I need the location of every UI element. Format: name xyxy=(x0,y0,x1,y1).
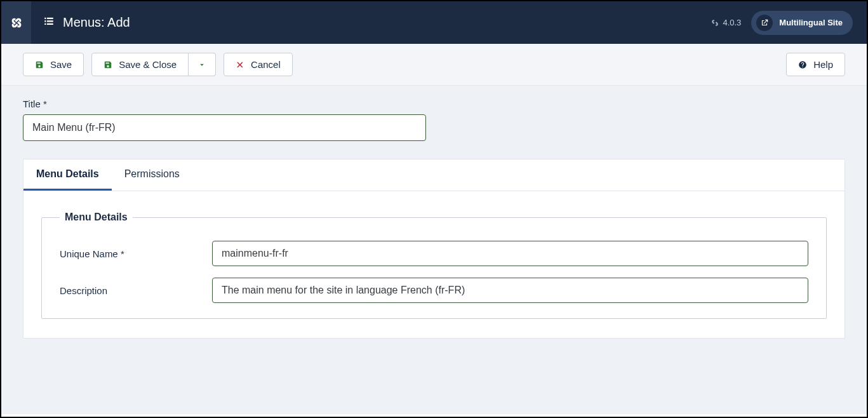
external-link-icon xyxy=(756,15,773,31)
title-label: Title * xyxy=(23,98,845,109)
save-close-label: Save & Close xyxy=(119,59,177,70)
version-badge[interactable]: 4.0.3 xyxy=(711,18,741,27)
description-label: Description xyxy=(60,285,212,296)
close-icon xyxy=(236,60,244,69)
fieldset-legend: Menu Details xyxy=(60,212,133,223)
unique-name-input[interactable] xyxy=(212,241,808,266)
tab-permissions[interactable]: Permissions xyxy=(112,159,192,191)
help-icon xyxy=(798,60,807,69)
save-dropdown-button[interactable] xyxy=(189,53,216,76)
save-close-button[interactable]: Save & Close xyxy=(91,53,189,76)
joomla-icon xyxy=(10,16,23,30)
title-input[interactable] xyxy=(23,114,426,141)
joomla-small-icon xyxy=(711,18,719,27)
tab-menu-details[interactable]: Menu Details xyxy=(23,159,112,191)
cancel-label: Cancel xyxy=(251,59,281,70)
content-area: Title * Menu Details Permissions Menu De… xyxy=(1,86,867,414)
description-input[interactable] xyxy=(212,278,808,303)
save-button[interactable]: Save xyxy=(23,53,84,76)
save-label: Save xyxy=(50,59,72,70)
topbar-right: 4.0.3 Multilingual Site xyxy=(711,11,867,35)
tabs-card: Menu Details Permissions Menu Details Un… xyxy=(23,159,845,339)
save-icon xyxy=(35,60,44,69)
tabs: Menu Details Permissions xyxy=(23,159,845,191)
page-title-wrap: Menus: Add xyxy=(31,15,130,30)
joomla-logo[interactable] xyxy=(1,1,31,44)
page-title: Menus: Add xyxy=(63,15,130,30)
unique-name-row: Unique Name * xyxy=(60,241,808,266)
save-close-group: Save & Close xyxy=(91,53,216,76)
site-link[interactable]: Multilingual Site xyxy=(751,11,853,35)
list-icon xyxy=(43,15,55,30)
menu-details-fieldset: Menu Details Unique Name * Description xyxy=(41,212,827,319)
version-text: 4.0.3 xyxy=(723,18,741,27)
help-button[interactable]: Help xyxy=(786,53,845,76)
topbar: Menus: Add 4.0.3 Multilingual Site xyxy=(1,1,867,44)
chevron-down-icon xyxy=(197,60,206,69)
cancel-button[interactable]: Cancel xyxy=(224,53,293,76)
site-link-label: Multilingual Site xyxy=(779,18,843,27)
help-label: Help xyxy=(813,59,833,70)
unique-name-label: Unique Name * xyxy=(60,248,212,259)
description-row: Description xyxy=(60,278,808,303)
toolbar: Save Save & Close Cancel Help xyxy=(1,44,867,86)
save-icon xyxy=(103,60,112,69)
